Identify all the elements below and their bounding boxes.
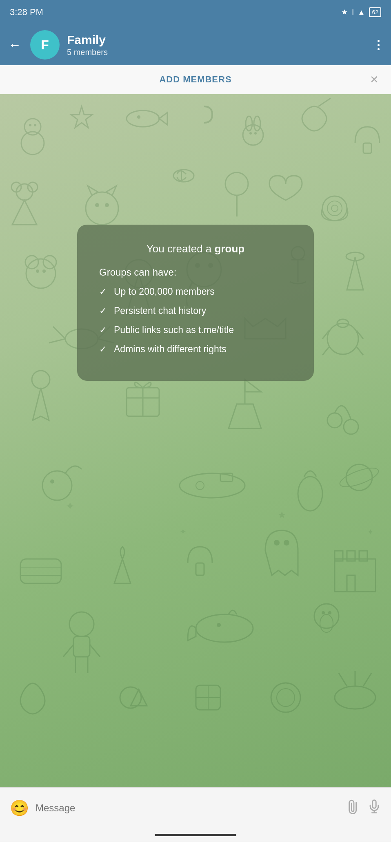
signal-icon: Ⅰ xyxy=(352,8,354,17)
svg-point-60 xyxy=(196,481,204,490)
feature-item-4: ✓ Admins with different rights xyxy=(99,344,292,355)
svg-point-55 xyxy=(344,420,358,434)
header-info: Family 5 members xyxy=(67,33,367,57)
svg-line-46 xyxy=(357,331,363,339)
svg-rect-72 xyxy=(347,551,355,561)
emoji-button[interactable]: 😊 xyxy=(10,799,29,817)
info-title-plain: You created a xyxy=(147,243,215,255)
svg-point-7 xyxy=(243,125,263,145)
dot2 xyxy=(378,44,380,46)
svg-point-2 xyxy=(29,124,31,126)
feature-text-2: Persistent chat history xyxy=(114,305,206,316)
info-card: You created a group Groups can have: ✓ U… xyxy=(77,225,314,381)
svg-rect-71 xyxy=(335,551,343,561)
svg-point-96 xyxy=(277,689,295,707)
status-time: 3:28 PM xyxy=(10,7,43,18)
svg-point-54 xyxy=(327,413,342,428)
svg-point-9 xyxy=(254,116,260,131)
svg-text:✦: ✦ xyxy=(65,500,75,512)
svg-point-6 xyxy=(137,115,140,119)
svg-point-22 xyxy=(322,196,347,221)
svg-line-81 xyxy=(63,645,73,657)
svg-point-57 xyxy=(50,479,54,484)
chat-header: ← F Family 5 members xyxy=(0,24,391,65)
svg-point-87 xyxy=(314,604,339,628)
feature-text-3: Public links such as t.me/title xyxy=(114,325,234,336)
svg-point-90 xyxy=(328,611,331,614)
svg-point-49 xyxy=(32,371,50,389)
svg-rect-80 xyxy=(73,636,90,657)
bottom-bar: 😊 xyxy=(0,787,391,828)
svg-point-85 xyxy=(196,614,253,642)
svg-marker-18 xyxy=(88,186,98,195)
back-button[interactable]: ← xyxy=(8,38,21,53)
feature-text-1: Up to 200,000 members xyxy=(114,286,215,297)
svg-line-47 xyxy=(322,347,329,355)
status-bar: 3:28 PM ★ Ⅰ ▲ 62 xyxy=(0,0,391,24)
feature-item-2: ✓ Persistent chat history xyxy=(99,305,292,316)
svg-point-56 xyxy=(42,471,72,500)
svg-rect-74 xyxy=(347,575,355,592)
svg-point-38 xyxy=(346,252,364,261)
svg-rect-67 xyxy=(196,563,204,575)
svg-rect-73 xyxy=(359,551,367,561)
doodles-svg: ✦ ✦ ★ ✦ xyxy=(0,94,391,787)
wifi-icon: ▲ xyxy=(358,8,365,17)
svg-point-1 xyxy=(24,119,41,135)
feature-text-4: Admins with different rights xyxy=(114,344,227,355)
svg-point-14 xyxy=(16,184,33,200)
microphone-button[interactable] xyxy=(367,800,381,817)
svg-rect-59 xyxy=(220,473,233,481)
info-title-bold: group xyxy=(215,243,245,255)
svg-rect-92 xyxy=(196,685,220,710)
svg-point-21 xyxy=(105,203,109,207)
add-members-label[interactable]: ADD MEMBERS xyxy=(12,74,379,85)
svg-text:✦: ✦ xyxy=(367,528,373,536)
svg-point-62 xyxy=(346,464,372,490)
svg-point-86 xyxy=(217,623,221,627)
svg-rect-64 xyxy=(20,559,61,583)
avatar: F xyxy=(30,30,60,60)
battery-indicator: 62 xyxy=(369,7,381,17)
svg-point-16 xyxy=(28,182,38,192)
svg-point-91 xyxy=(120,687,141,708)
message-input[interactable] xyxy=(36,802,340,814)
svg-point-8 xyxy=(246,116,252,131)
svg-text:★: ★ xyxy=(278,509,287,520)
svg-rect-50 xyxy=(127,388,159,416)
svg-point-25 xyxy=(173,170,194,182)
svg-point-5 xyxy=(127,110,159,127)
svg-point-3 xyxy=(34,124,36,126)
svg-line-82 xyxy=(90,645,100,657)
svg-point-68 xyxy=(274,540,280,546)
svg-point-11 xyxy=(254,132,257,135)
svg-line-12 xyxy=(318,98,331,106)
svg-point-30 xyxy=(25,256,38,269)
svg-point-31 xyxy=(43,256,56,269)
svg-point-79 xyxy=(69,612,94,636)
chat-background: ✦ ✦ ★ ✦ xyxy=(0,94,391,787)
svg-marker-4 xyxy=(71,106,92,128)
svg-point-27 xyxy=(225,172,248,195)
checkmark-icon-1: ✓ xyxy=(99,287,107,297)
svg-point-97 xyxy=(335,686,375,709)
svg-point-29 xyxy=(26,259,56,288)
info-card-title: You created a group xyxy=(99,243,292,255)
svg-point-95 xyxy=(271,683,300,712)
svg-point-20 xyxy=(95,203,99,207)
svg-point-88 xyxy=(320,614,333,632)
svg-line-48 xyxy=(357,347,363,355)
attach-button[interactable] xyxy=(343,797,365,819)
svg-point-0 xyxy=(21,132,44,155)
home-indicator xyxy=(0,828,391,842)
group-name: Family xyxy=(67,33,367,47)
svg-marker-19 xyxy=(106,186,116,195)
features-label: Groups can have: xyxy=(99,267,292,278)
svg-point-61 xyxy=(298,477,322,511)
more-options-button[interactable] xyxy=(374,37,383,53)
close-button[interactable]: ✕ xyxy=(370,73,379,86)
svg-rect-13 xyxy=(363,143,371,153)
feature-item-3: ✓ Public links such as t.me/title xyxy=(99,325,292,336)
svg-point-17 xyxy=(86,192,118,225)
svg-rect-70 xyxy=(335,559,375,592)
